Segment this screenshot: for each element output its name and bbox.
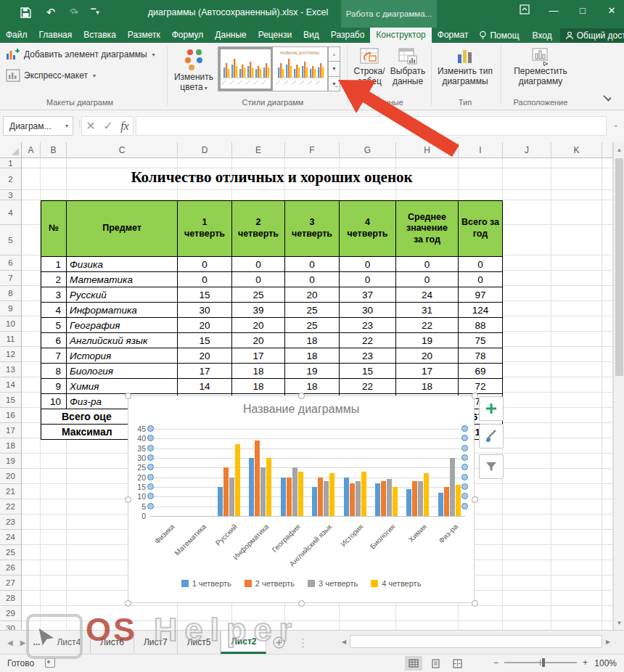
- column-header-C[interactable]: C: [67, 142, 178, 158]
- name-box[interactable]: Диаграм...▾: [3, 116, 73, 136]
- sheet-tab-Лист6[interactable]: Лист6: [91, 631, 134, 654]
- horizontal-scrollbar[interactable]: ◀ ▶: [338, 634, 614, 649]
- chart-title[interactable]: Название диаграммы: [128, 403, 474, 416]
- formula-input[interactable]: [136, 116, 607, 136]
- ribbon-tab-8[interactable]: Разрабо: [325, 28, 371, 43]
- tab-sign-in[interactable]: Вход: [527, 28, 557, 43]
- undo-button[interactable]: ↶▾: [42, 6, 55, 19]
- sheet-nav-arrows[interactable]: ◀▶...: [0, 631, 47, 654]
- scroll-up-icon[interactable]: ▲: [614, 142, 624, 157]
- sheet-tab-Лист5[interactable]: Лист5: [178, 631, 221, 654]
- new-sheet-button[interactable]: [266, 631, 291, 654]
- row-header-11[interactable]: 11: [0, 332, 22, 347]
- row-header-14[interactable]: 14: [0, 377, 22, 393]
- row-header-7[interactable]: 7: [0, 271, 22, 286]
- close-button[interactable]: ✕: [605, 5, 618, 16]
- row-header-26[interactable]: 26: [0, 560, 22, 575]
- normal-view-button[interactable]: [405, 656, 422, 671]
- insert-function-icon[interactable]: fx: [120, 120, 129, 133]
- zoom-slider-thumb[interactable]: [542, 658, 545, 667]
- scroll-down-icon[interactable]: ▼: [614, 615, 624, 630]
- row-header-21[interactable]: 21: [0, 484, 22, 499]
- scroll-right-icon[interactable]: ▶: [602, 639, 614, 645]
- select-data-button[interactable]: Выбрать данные: [389, 47, 427, 86]
- chart-selection-handle[interactable]: [125, 496, 131, 503]
- row-header-25[interactable]: 25: [0, 545, 22, 560]
- page-break-view-button[interactable]: [448, 656, 466, 671]
- row-header-19[interactable]: 19: [0, 454, 22, 469]
- row-header-3[interactable]: 3: [0, 190, 22, 200]
- ribbon-tab-4[interactable]: Формул: [166, 28, 210, 43]
- change-colors-button[interactable]: Изменить цвета▾: [171, 47, 216, 92]
- hidden-sheets-ellipsis[interactable]: ...: [33, 637, 40, 647]
- row-header-8[interactable]: 8: [0, 286, 22, 301]
- row-header-17[interactable]: 17: [0, 423, 22, 438]
- row-header-5[interactable]: 5: [0, 225, 22, 255]
- gallery-scroll-down-button[interactable]: ▼: [328, 62, 340, 76]
- minimize-button[interactable]: —: [547, 5, 560, 16]
- row-header-24[interactable]: 24: [0, 530, 22, 545]
- chart-object[interactable]: Название диаграммы 1 четверть2 четверть3…: [128, 396, 475, 603]
- chart-elements-button[interactable]: [479, 396, 504, 421]
- horizontal-scroll-thumb[interactable]: [350, 635, 602, 648]
- customize-qat-icon[interactable]: ▔▾: [89, 6, 102, 19]
- row-header-28[interactable]: 28: [0, 591, 22, 606]
- collapse-ribbon-icon[interactable]: [603, 93, 611, 101]
- row-header-27[interactable]: 27: [0, 575, 22, 591]
- redo-button[interactable]: ↷▾: [65, 6, 78, 19]
- column-header-I[interactable]: I: [459, 142, 503, 158]
- ribbon-tab-10[interactable]: Формат: [432, 28, 475, 43]
- add-chart-element-button[interactable]: Добавить элемент диаграммы▾: [6, 48, 155, 61]
- switch-row-column-button[interactable]: Строка/ олбец: [351, 47, 387, 86]
- chart-selection-handle[interactable]: [125, 393, 131, 399]
- ribbon-tab-6[interactable]: Рецензи: [253, 28, 297, 43]
- ribbon-tab-1[interactable]: Главная: [33, 28, 78, 43]
- gallery-more-button[interactable]: ▼̲: [328, 77, 340, 91]
- sheet-tab-Лист7[interactable]: Лист7: [134, 631, 178, 654]
- column-header-G[interactable]: G: [340, 142, 396, 158]
- chart-style-thumbnail-2[interactable]: НАЗВАНИЕ ДИАГРАММЫ: [273, 47, 327, 91]
- row-header-12[interactable]: 12: [0, 347, 22, 362]
- chart-selection-handle[interactable]: [125, 600, 131, 607]
- column-header-B[interactable]: B: [41, 142, 67, 158]
- select-all-corner[interactable]: [0, 142, 22, 158]
- row-header-4[interactable]: 4: [0, 200, 22, 225]
- ribbon-display-options-icon[interactable]: [518, 4, 531, 17]
- row-header-29[interactable]: 29: [0, 606, 22, 621]
- row-header-23[interactable]: 23: [0, 515, 22, 530]
- quick-layout-button[interactable]: Экспресс-макет▾: [6, 69, 96, 82]
- chart-selection-handle[interactable]: [298, 393, 305, 399]
- vertical-scroll-thumb[interactable]: [615, 158, 623, 376]
- row-header-13[interactable]: 13: [0, 362, 22, 377]
- zoom-out-icon[interactable]: −: [493, 657, 498, 668]
- vertical-scrollbar[interactable]: ▲ ▼: [613, 142, 624, 630]
- zoom-in-icon[interactable]: +: [583, 657, 588, 668]
- share-button[interactable]: Общий доступ: [560, 28, 624, 43]
- confirm-entry-icon[interactable]: ✓: [103, 119, 112, 133]
- gallery-scroll-up-button[interactable]: ▲: [328, 46, 340, 62]
- row-header-2[interactable]: 2: [0, 168, 22, 190]
- sheet-tab-Лист4[interactable]: Лист4: [47, 631, 91, 654]
- save-icon[interactable]: [19, 6, 32, 19]
- change-chart-type-button[interactable]: Изменить тип диаграммы: [435, 47, 495, 86]
- row-header-20[interactable]: 20: [0, 469, 22, 484]
- tab-help[interactable]: Помощ: [474, 28, 524, 43]
- move-chart-button[interactable]: Переместить диаграмму: [508, 47, 573, 86]
- ribbon-tab-9[interactable]: Конструктор: [370, 28, 431, 43]
- row-header-6[interactable]: 6: [0, 255, 22, 271]
- row-header-22[interactable]: 22: [0, 499, 22, 515]
- row-header-15[interactable]: 15: [0, 393, 22, 408]
- chart-selection-handle[interactable]: [472, 600, 478, 607]
- chart-selection-handle[interactable]: [298, 600, 305, 607]
- chart-selection-handle[interactable]: [472, 393, 478, 399]
- column-header-D[interactable]: D: [178, 142, 232, 158]
- column-header-H[interactable]: H: [396, 142, 459, 158]
- column-header-E[interactable]: E: [232, 142, 285, 158]
- ribbon-tab-file[interactable]: Файл: [0, 28, 33, 43]
- chart-style-thumbnail-1[interactable]: [218, 47, 273, 91]
- column-header-A[interactable]: A: [22, 142, 41, 158]
- ribbon-tab-7[interactable]: Вид: [297, 28, 325, 43]
- macro-record-icon[interactable]: [45, 658, 55, 668]
- chart-selection-handle[interactable]: [472, 496, 478, 503]
- ribbon-tab-3[interactable]: Разметк: [122, 28, 166, 43]
